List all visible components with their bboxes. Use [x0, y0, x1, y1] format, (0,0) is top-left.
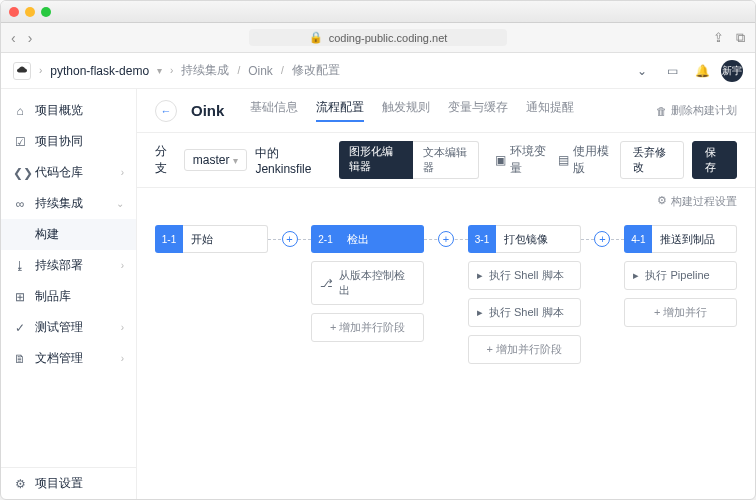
discard-button[interactable]: 丢弃修改 [620, 141, 684, 179]
crumb-plan[interactable]: Oink [248, 64, 273, 78]
address-bar: ‹ › 🔒 coding-public.coding.net ⇪ ⧉ [1, 23, 755, 53]
stage-name[interactable]: 检出 [339, 225, 424, 253]
sidebar-item-docs[interactable]: 🗎文档管理› [1, 343, 136, 374]
var-icon: ▣ [495, 153, 506, 167]
sidebar-item-overview[interactable]: ⌂项目概览 [1, 95, 136, 126]
sidebar-item-settings[interactable]: ⚙项目设置 [1, 468, 136, 499]
env-var-button[interactable]: ▣环境变量 [495, 143, 549, 177]
collab-icon: ☑ [13, 135, 27, 149]
editor-mode-text[interactable]: 文本编辑器 [413, 141, 479, 179]
sidebar-item-deploy[interactable]: ⭳持续部署› [1, 250, 136, 281]
chevron-down-icon: ⌄ [116, 198, 124, 209]
maximize-window[interactable] [41, 7, 51, 17]
tabs-icon[interactable]: ⧉ [736, 30, 745, 46]
minimize-window[interactable] [25, 7, 35, 17]
apps-icon[interactable]: ▭ [661, 60, 683, 82]
tab-basic[interactable]: 基础信息 [250, 99, 298, 122]
sidebar-item-ci[interactable]: ∞持续集成⌄ [1, 188, 136, 219]
home-icon: ⌂ [13, 104, 27, 118]
step-shell[interactable]: ▸执行 Shell 脚本 [468, 298, 581, 327]
stage-4[interactable]: 4-1推送到制品 ▸执行 Pipeline + 增加并行 [624, 225, 737, 327]
project-dropdown-icon[interactable]: ▾ [157, 65, 162, 76]
shell-icon: ▸ [477, 269, 483, 282]
sidebar-item-collab[interactable]: ☑项目协同 [1, 126, 136, 157]
gear-icon: ⚙ [13, 477, 27, 491]
add-parallel-stage[interactable]: + 增加并行阶段 [468, 335, 581, 364]
crumb-ci[interactable]: 持续集成 [181, 62, 229, 79]
connector: + [424, 225, 468, 253]
sidebar-label: 构建 [35, 226, 59, 243]
avatar[interactable]: 新宇 [721, 60, 743, 82]
url-box[interactable]: 🔒 coding-public.coding.net [249, 29, 508, 46]
sidebar-label: 项目概览 [35, 102, 83, 119]
brand-logo[interactable] [13, 62, 31, 80]
stage-name[interactable]: 开始 [183, 225, 268, 253]
step-shell[interactable]: ▸执行 Shell 脚本 [468, 261, 581, 290]
repo-icon: ❮❯ [13, 166, 27, 180]
stage-number: 1-1 [155, 225, 183, 253]
connector: + [581, 225, 625, 253]
gear-icon: ⚙ [657, 194, 667, 209]
branch-select[interactable]: master▾ [184, 149, 248, 171]
close-window[interactable] [9, 7, 19, 17]
connector: + [268, 225, 312, 253]
trash-icon: 🗑 [656, 105, 667, 117]
build-settings-link[interactable]: 构建过程设置 [671, 194, 737, 209]
add-stage-button[interactable]: + [438, 231, 454, 247]
sidebar-label: 代码仓库 [35, 164, 83, 181]
share-icon[interactable]: ⇪ [713, 30, 724, 46]
config-toolbar: 分支 master▾ 中的 Jenkinsfile 图形化编辑器 文本编辑器 ▣… [137, 133, 755, 188]
branch-label: 分支 [155, 143, 176, 177]
stage-number: 2-1 [311, 225, 339, 253]
page-header: ← Oink 基础信息 流程配置 触发规则 变量与缓存 通知提醒 🗑删除构建计划 [137, 89, 755, 133]
titlebar [1, 1, 755, 23]
save-button[interactable]: 保存 [692, 141, 737, 179]
sidebar-item-artifact[interactable]: ⊞制品库 [1, 281, 136, 312]
tab-pipeline[interactable]: 流程配置 [316, 99, 364, 122]
delete-plan-link[interactable]: 🗑删除构建计划 [656, 103, 737, 118]
notifications-icon[interactable]: 🔔 [691, 60, 713, 82]
shell-icon: ▸ [477, 306, 483, 319]
tab-vars[interactable]: 变量与缓存 [448, 99, 508, 122]
editor-mode-graphic[interactable]: 图形化编辑器 [339, 141, 413, 179]
sidebar-item-build[interactable]: 构建 [1, 219, 136, 250]
ci-icon: ∞ [13, 197, 27, 211]
add-stage-button[interactable]: + [594, 231, 610, 247]
sidebar-label: 项目协同 [35, 133, 83, 150]
stage-name[interactable]: 推送到制品 [652, 225, 737, 253]
stage-1[interactable]: 1-1开始 [155, 225, 268, 253]
step-checkout[interactable]: ⎇从版本控制检出 [311, 261, 424, 305]
chevron-right-icon: › [121, 353, 124, 364]
lock-icon: 🔒 [309, 31, 323, 44]
project-name[interactable]: python-flask-demo [50, 64, 149, 78]
tab-trigger[interactable]: 触发规则 [382, 99, 430, 122]
sidebar-item-test[interactable]: ✓测试管理› [1, 312, 136, 343]
add-parallel-stage[interactable]: + 增加并行 [624, 298, 737, 327]
tab-notify[interactable]: 通知提醒 [526, 99, 574, 122]
sidebar-label: 持续部署 [35, 257, 83, 274]
stage-2[interactable]: 2-1检出 ⎇从版本控制检出 + 增加并行阶段 [311, 225, 424, 342]
step-pipeline[interactable]: ▸执行 Pipeline [624, 261, 737, 290]
browser-forward[interactable]: › [28, 30, 33, 46]
sidebar-label: 制品库 [35, 288, 71, 305]
pipeline-canvas: 1-1开始 + 2-1检出 ⎇从版本控制检出 + 增加并行阶段 + 3-1打包镜… [137, 215, 755, 404]
sidebar-item-repo[interactable]: ❮❯代码仓库› [1, 157, 136, 188]
page-title: Oink [191, 102, 224, 119]
stage-name[interactable]: 打包镜像 [496, 225, 581, 253]
use-template-button[interactable]: ▤使用模版 [558, 143, 612, 177]
template-icon: ▤ [558, 153, 569, 167]
url-text: coding-public.coding.net [329, 32, 448, 44]
quick-action-icon[interactable]: ⌄ [631, 60, 653, 82]
crumb-page: 修改配置 [292, 62, 340, 79]
top-nav: › python-flask-demo ▾ › 持续集成 / Oink / 修改… [1, 53, 755, 89]
add-parallel-stage[interactable]: + 增加并行阶段 [311, 313, 424, 342]
deploy-icon: ⭳ [13, 259, 27, 273]
browser-back[interactable]: ‹ [11, 30, 16, 46]
add-stage-button[interactable]: + [282, 231, 298, 247]
back-button[interactable]: ← [155, 100, 177, 122]
stage-3[interactable]: 3-1打包镜像 ▸执行 Shell 脚本 ▸执行 Shell 脚本 + 增加并行… [468, 225, 581, 364]
shell-icon: ▸ [633, 269, 639, 282]
sidebar-label: 项目设置 [35, 475, 83, 492]
divider: › [39, 65, 42, 76]
sidebar-label: 持续集成 [35, 195, 83, 212]
